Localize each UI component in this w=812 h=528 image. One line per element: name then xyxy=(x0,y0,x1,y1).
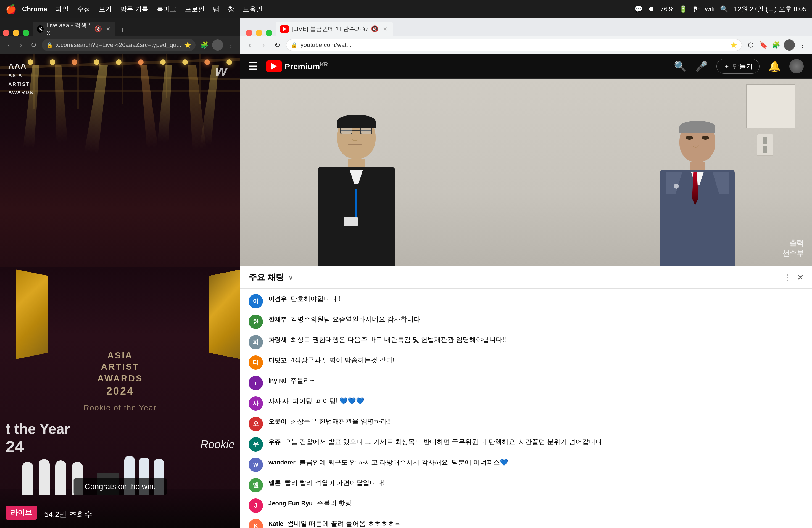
chat-text: 불금인데 퇴근도 안 하시고 라방해주셔서 감사해요. 덕분에 이너피스💙 xyxy=(300,458,508,466)
chat-options-icon[interactable]: ⋮ xyxy=(783,273,791,282)
chat-content: 우쥬 오늘 검찰에서 발표 했으니 그 기세로 최상목도 반대하면 국무위원 다… xyxy=(269,437,804,446)
browser-chrome-right: [LIVE] 불금인데 '내란수과 © 🔇 ✕ ＋ ‹ › ↻ 🔒 youtub… xyxy=(240,18,812,54)
live-badge: 라이브 xyxy=(5,505,37,520)
tab-twitter[interactable]: 𝕏 Live aaa - 검색 / X 🔇 ✕ xyxy=(33,22,115,36)
menu-tab[interactable]: 탭 xyxy=(213,5,220,14)
window-maximize[interactable] xyxy=(23,30,29,36)
chat-message: 이 이경우 단호해야합니다!! xyxy=(249,294,804,308)
menu-bookmarks[interactable]: 북마크 xyxy=(157,5,176,14)
chat-text: 단호해야합니다!! xyxy=(291,295,340,303)
mute-icon[interactable]: 🔇 xyxy=(94,25,102,33)
menubar: 🍎 Chrome 파일 수정 보기 방문 기록 북마크 프로필 탭 창 도움말 … xyxy=(0,0,812,18)
chat-text: 주블리~ xyxy=(290,377,314,384)
chat-avatar: 한 xyxy=(249,314,263,329)
w-logo: w xyxy=(215,62,227,79)
chat-avatar: 멜 xyxy=(249,478,263,493)
wifi-icon[interactable]: wifi xyxy=(705,5,715,13)
nav-bar-right: ‹ › ↻ 🔒 youtube.com/wat... ⭐ ⬡ 🔖 🧩 ⋮ xyxy=(240,36,812,54)
chat-username: 이경우 xyxy=(269,295,287,303)
korean-input-icon[interactable]: 한 xyxy=(693,5,700,14)
browser-left: 𝕏 Live aaa - 검색 / X 🔇 ✕ ＋ ‹ › ↻ 🔒 x.com/… xyxy=(0,18,240,528)
window-maximize-right[interactable] xyxy=(266,30,272,36)
refresh-button-right[interactable]: ↻ xyxy=(272,40,282,50)
back-button-left[interactable]: ‹ xyxy=(4,40,13,50)
window-minimize[interactable] xyxy=(13,30,19,36)
profile-circle-left[interactable] xyxy=(212,40,223,50)
url-left: x.com/search?q=Live%20aaa&src=typed_qu..… xyxy=(56,41,182,48)
chat-username: 멜론 xyxy=(269,480,280,486)
refresh-button-left[interactable]: ↻ xyxy=(29,40,38,50)
extensions-icon-left[interactable]: 🧩 xyxy=(199,40,209,50)
chat-header: 주요 채팅 ∨ ⋮ ✕ xyxy=(240,266,812,289)
yt-mic-icon[interactable]: 🎤 xyxy=(695,60,708,73)
chat-text: 김병주의원님 요즘열일하시네요 감사합니다 xyxy=(291,316,420,323)
menu-history[interactable]: 방문 기록 xyxy=(120,5,149,14)
yt-search-icon[interactable]: 🔍 xyxy=(673,60,686,73)
chat-content: 한채주 김병주의원님 요즘열일하시네요 감사합니다 xyxy=(269,314,804,324)
chat-close-icon[interactable]: ✕ xyxy=(797,273,804,282)
clock: 12월 27일 (금) 오후 8:05 xyxy=(734,5,807,14)
yt-hamburger-menu[interactable]: ☰ xyxy=(249,60,257,72)
menu-icon-right[interactable]: ⋮ xyxy=(798,40,808,50)
tab-close-youtube[interactable]: ✕ xyxy=(382,26,389,32)
bookmark-icon-right[interactable]: 🔖 xyxy=(758,40,768,50)
subtitle-bar: Congrats on the win. xyxy=(74,478,167,495)
yt-create-button[interactable]: ＋ 만들기 xyxy=(716,59,759,74)
new-tab-button-right[interactable]: ＋ xyxy=(394,23,407,36)
yt-video-thumbnail: 출력선수부 xyxy=(240,79,812,266)
chat-message: 파 파랑새 최상목 권한대행은 다음주 바로 내란특검 및 헌법재판관 임명해야… xyxy=(249,335,804,349)
chat-username: 우쥬 xyxy=(269,439,280,445)
chat-message: w wanderer 불금인데 퇴근도 안 하시고 라방해주셔서 감사해요. 덕… xyxy=(249,458,804,472)
awards-text: AWARDS xyxy=(8,90,33,95)
menu-profile[interactable]: 프로필 xyxy=(185,5,205,14)
mute-icon-right[interactable]: 🔇 xyxy=(371,25,379,33)
battery-icon: 🔋 xyxy=(679,5,687,13)
search-icon[interactable]: 🔍 xyxy=(720,5,728,13)
video-background: ASIAARTISTAWARDS2024 Rookie of the Year xyxy=(0,54,240,528)
yt-notifications-icon[interactable]: 🔔 xyxy=(768,60,781,73)
window-close-right[interactable] xyxy=(246,30,252,36)
chat-username: Jeong Eun Ryu xyxy=(269,500,313,507)
menu-file[interactable]: 파일 xyxy=(56,5,69,14)
new-tab-button-left[interactable]: ＋ xyxy=(116,23,129,36)
forward-button-right[interactable]: › xyxy=(259,40,269,50)
chat-avatar: J xyxy=(249,498,263,513)
chat-username: wanderer xyxy=(269,459,295,466)
profile-circle-right[interactable] xyxy=(784,40,795,50)
yt-video-area[interactable]: 출력선수부 xyxy=(240,79,812,266)
chat-avatar: 오 xyxy=(249,417,263,431)
apple-menu[interactable]: 🍎 xyxy=(5,4,17,14)
battery-text: 76% xyxy=(661,5,673,13)
chat-content: Katie 썸네일 때문에 끌려 들어옴 ㅎㅎㅎㅎㄹ xyxy=(269,519,804,528)
yt-user-avatar[interactable] xyxy=(789,59,804,73)
menu-edit[interactable]: 수정 xyxy=(77,5,90,14)
address-bar-left[interactable]: 🔒 x.com/search?q=Live%20aaa&src=typed_qu… xyxy=(42,39,195,51)
aaa-logo: AAA ASIA ARTIST AWARDS xyxy=(8,62,33,96)
forward-button-left[interactable]: › xyxy=(17,40,25,50)
extensions-icon-right[interactable]: 🧩 xyxy=(771,40,781,50)
youtube-logo: PremiumKR xyxy=(266,60,328,72)
chat-text: 주블리 핫팅 xyxy=(317,499,352,507)
tab-close-twitter[interactable]: ✕ xyxy=(105,26,111,32)
screen-record-icon[interactable]: ⏺ xyxy=(648,5,655,13)
award-year-num: 24 xyxy=(5,437,24,456)
chat-message: 디 디딧꼬 4성장군과 일병이 방송하는것 같다! xyxy=(249,355,804,370)
chat-message: i iny rai 주블리~ xyxy=(249,376,804,390)
address-bar-right[interactable]: 🔒 youtube.com/wat... ⭐ xyxy=(286,39,742,51)
asia-text: ASIA xyxy=(8,73,23,78)
menu-icon-left[interactable]: ⋮ xyxy=(226,40,236,50)
menu-window[interactable]: 창 xyxy=(228,5,234,14)
menu-help[interactable]: 도움말 xyxy=(243,5,263,14)
twitter-favicon: 𝕏 xyxy=(37,25,44,33)
chat-text: 빨리 빨리 석열이 파면이답입니다! xyxy=(285,479,385,486)
tab-youtube[interactable]: [LIVE] 불금인데 '내란수과 © 🔇 ✕ xyxy=(276,22,393,36)
window-close[interactable] xyxy=(3,30,10,36)
window-minimize-right[interactable] xyxy=(256,30,262,36)
notification-icon[interactable]: 💬 xyxy=(634,5,643,13)
menu-view[interactable]: 보기 xyxy=(99,5,112,14)
cast-icon-right[interactable]: ⬡ xyxy=(746,40,756,50)
chat-chevron-icon[interactable]: ∨ xyxy=(288,274,293,281)
back-button-right[interactable]: ‹ xyxy=(245,40,255,50)
subtitle-text: Congrats on the win. xyxy=(85,482,156,491)
view-count: 54.2만 조회수 xyxy=(44,509,92,520)
